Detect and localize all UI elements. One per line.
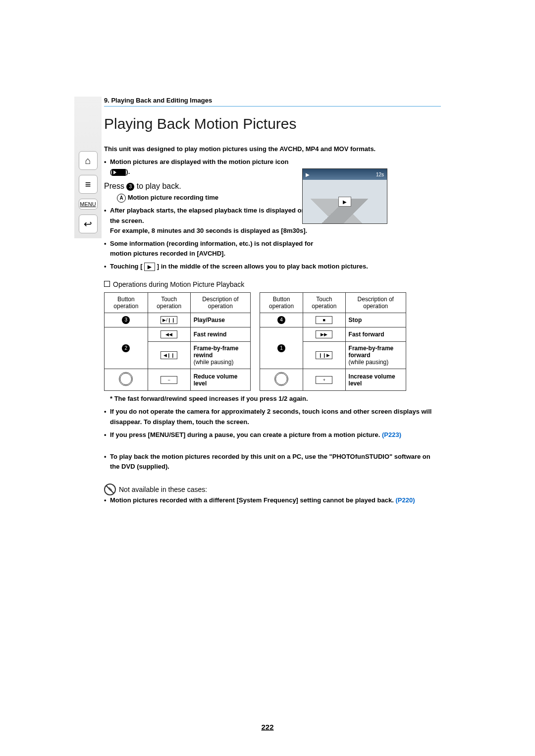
- link-p223[interactable]: (P223): [382, 431, 401, 438]
- icon-note: Motion pictures are displayed with the m…: [104, 157, 441, 177]
- left-operations-table: Button operation Touch operation Descrip…: [104, 292, 251, 391]
- touch-plus-icon: +: [316, 376, 332, 384]
- press-prefix: Press: [104, 182, 126, 190]
- preview-play-icon: ▶: [306, 172, 310, 177]
- back-icon[interactable]: ↩: [79, 215, 98, 233]
- touching-note: Touching [ ▶ ] in the middle of the scre…: [104, 262, 441, 271]
- menu-button[interactable]: MENU: [79, 199, 98, 210]
- info-not-displayed-note: Some information (recording information,…: [104, 239, 323, 259]
- btn-up: 3: [122, 316, 130, 324]
- touch-fastrewind-icon: ◀◀: [160, 330, 177, 338]
- after-playback-text: After playback starts, the elapsed playb…: [110, 207, 305, 224]
- motion-picture-icon: [112, 169, 126, 176]
- th-touch: Touch operation: [148, 293, 190, 313]
- desc-fastrewind: Fast rewind: [190, 327, 250, 342]
- footnote-speed: * The fast forward/rewind speed increase…: [110, 394, 441, 404]
- after-playback-example: For example, 8 minutes and 30 seconds is…: [110, 227, 307, 234]
- btn-down: 4: [277, 316, 285, 324]
- th-button-r: Button operation: [260, 293, 303, 313]
- screen-preview: ▶ 12s ▶: [302, 168, 387, 224]
- th-desc: Description of operation: [190, 293, 250, 313]
- desc-stop: Stop: [345, 313, 406, 327]
- footnote-pc: To play back the motion pictures recorde…: [104, 452, 441, 472]
- touch-fastforward-icon: ▶▶: [316, 330, 332, 338]
- press-suffix: to play back.: [137, 182, 181, 190]
- th-button: Button operation: [105, 293, 148, 313]
- link-p220[interactable]: (P220): [395, 496, 415, 504]
- page-number: 222: [0, 723, 535, 731]
- touch-playpause-icon: ▶/❙❙: [160, 316, 177, 324]
- not-available-icon: ✎: [104, 484, 116, 495]
- page-title: Playing Back Motion Pictures: [104, 115, 441, 132]
- desc-framerewind: Frame-by-frame rewind(while pausing): [190, 342, 250, 369]
- btn-right: 1: [277, 344, 285, 352]
- content: 9. Playing Back and Editing Images Playi…: [104, 97, 441, 508]
- th-touch-r: Touch operation: [303, 293, 345, 313]
- desc-reducevol: Reduce volume level: [190, 369, 250, 391]
- footnote-disappear: If you do not operate the camera for app…: [104, 407, 441, 427]
- square-bullet: [104, 281, 110, 287]
- desc-increasevol: Increase volume level: [345, 369, 406, 391]
- operations-heading: Operations during Motion Picture Playbac…: [104, 280, 441, 288]
- press-instruction: Press 3 to play back.: [104, 182, 441, 191]
- dial-left-icon: [119, 372, 133, 386]
- icon-note-text: Motion pictures are displayed with the m…: [110, 158, 288, 165]
- touch-framerewind-icon: ◀❙❙: [160, 351, 177, 359]
- preview-time: 12s: [376, 172, 384, 177]
- list-icon[interactable]: ≡: [79, 175, 98, 194]
- btn-left: 2: [122, 344, 130, 352]
- preview-center-play-icon: ▶: [338, 197, 351, 207]
- operations-heading-text: Operations during Motion Picture Playbac…: [113, 280, 244, 288]
- right-operations-table: Button operation Touch operation Descrip…: [260, 292, 406, 391]
- press-button-number: 3: [126, 183, 134, 191]
- touch-frameforward-icon: ❙❙▶: [316, 351, 332, 359]
- caption-a: A Motion picture recording time: [117, 194, 441, 203]
- desc-playpause: Play/Pause: [190, 313, 250, 327]
- footnote-menuset: If you press [MENU/SET] during a pause, …: [104, 430, 441, 440]
- desc-fastforward: Fast forward: [345, 327, 406, 342]
- page: ⌂ ≡ MENU ↩ 9. Playing Back and Editing I…: [0, 0, 535, 756]
- desc-frameforward: Frame-by-frame forward(while pausing): [345, 342, 406, 369]
- operations-tables: Button operation Touch operation Descrip…: [104, 292, 441, 391]
- preview-topbar: ▶ 12s: [303, 169, 387, 180]
- touch-minus-icon: −: [160, 376, 177, 384]
- caption-a-marker: A: [117, 194, 126, 203]
- divider: [104, 106, 441, 107]
- not-available-heading-text: Not available in these cases:: [119, 486, 207, 493]
- caption-a-text: Motion picture recording time: [128, 194, 218, 202]
- chapter-label: 9. Playing Back and Editing Images: [104, 97, 441, 104]
- after-playback-note: After playback starts, the elapsed playb…: [104, 206, 308, 235]
- sidebar: ⌂ ≡ MENU ↩: [74, 97, 102, 238]
- play-icon-box: ▶: [144, 263, 155, 271]
- touch-stop-icon: ■: [316, 316, 332, 324]
- th-desc-r: Description of operation: [345, 293, 406, 313]
- dial-right-icon: [274, 372, 288, 386]
- touching-suffix: ] in the middle of the screen allows you…: [157, 263, 368, 270]
- not-available-text: Motion pictures recorded with a differen…: [104, 495, 441, 505]
- not-available-heading: ✎ Not available in these cases:: [104, 484, 207, 495]
- home-icon[interactable]: ⌂: [79, 151, 98, 170]
- intro-text: This unit was designed to play motion pi…: [104, 144, 441, 154]
- touching-prefix: Touching [: [110, 263, 142, 270]
